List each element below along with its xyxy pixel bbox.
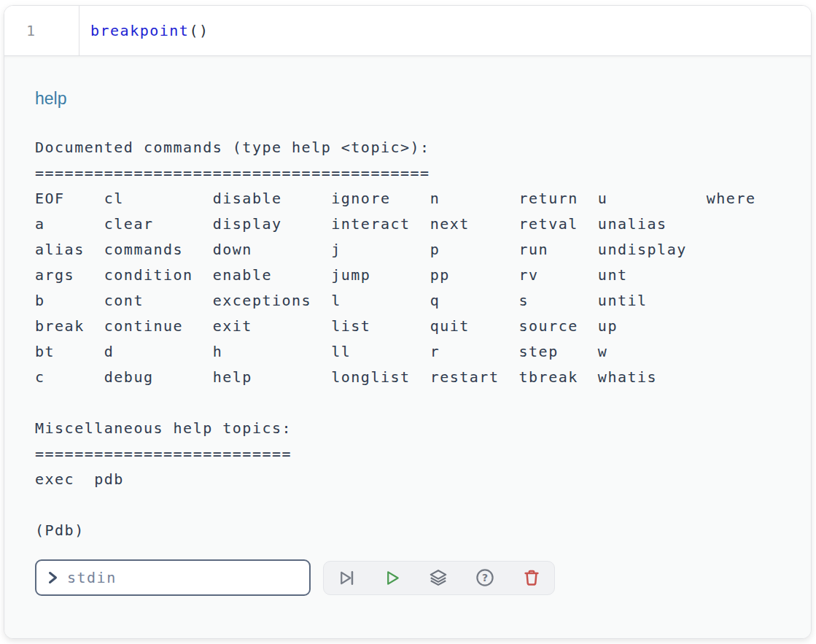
trash-icon [522,568,541,587]
skip-next-icon [337,569,355,587]
svg-text:?: ? [482,572,488,583]
console-controls: ? [35,559,780,596]
code-line[interactable]: breakpoint() [79,6,209,55]
console-panel: help Documented commands (type help <top… [4,56,811,638]
play-icon [383,569,401,587]
stdin-input[interactable] [67,569,298,586]
help-button[interactable]: ? [473,565,497,590]
console-output: Documented commands (type help <topic>):… [35,135,780,543]
skip-next-button[interactable] [334,566,358,590]
code-token-builtin: breakpoint [90,22,189,39]
code-editor[interactable]: 1 breakpoint() [4,6,811,56]
stack-button[interactable] [426,565,451,590]
stdin-box[interactable] [35,559,311,596]
code-token-parens: () [189,22,209,39]
clear-button[interactable] [519,565,544,590]
editor-gutter: 1 [4,6,79,55]
chevron-right-icon [48,571,58,584]
layers-icon [429,568,448,587]
console-echoed-input: help [35,88,780,109]
console-toolbar: ? [323,561,555,595]
question-circle-icon: ? [475,568,494,587]
line-number: 1 [26,22,36,39]
ide-panel: 1 breakpoint() help Documented commands … [4,5,812,639]
run-button[interactable] [380,566,404,590]
